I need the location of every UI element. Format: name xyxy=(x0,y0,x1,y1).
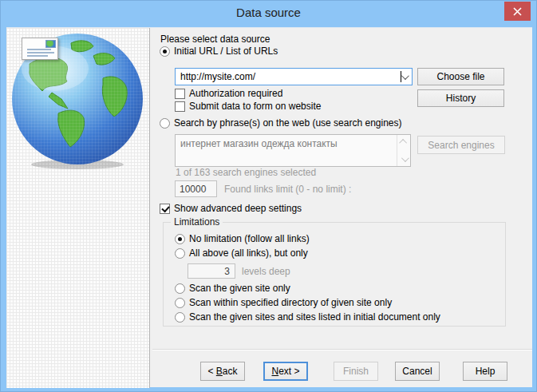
engines-status-label: 1 of 163 search engines selected xyxy=(176,167,316,178)
radio-unselected-icon[interactable] xyxy=(175,283,185,294)
window-title: Data source xyxy=(1,6,536,19)
close-icon xyxy=(513,7,522,16)
limitations-groupbox: Limitations No limitation (follow all li… xyxy=(163,222,506,327)
scroll-up-icon[interactable] xyxy=(399,139,407,147)
radio-initial-url[interactable]: Initial URL / List of URLs xyxy=(160,46,278,57)
choose-file-button[interactable]: Choose file xyxy=(417,68,504,85)
footer-separator xyxy=(152,349,532,350)
search-phrases-value: интернет магазин одежда контакты xyxy=(180,138,394,149)
radio-selected-icon[interactable] xyxy=(160,46,170,57)
help-button[interactable]: Help xyxy=(463,362,507,381)
titlebar[interactable]: Data source xyxy=(1,1,536,27)
limitations-title: Limitations xyxy=(171,216,223,228)
radio-search-phrases[interactable]: Search by phrase(s) on the web (use sear… xyxy=(160,117,402,129)
links-limit-input[interactable] xyxy=(175,180,217,197)
links-limit-label: Found links limit (0 - no limit) : xyxy=(224,184,351,195)
scroll-down-icon[interactable] xyxy=(401,154,409,162)
dialog-client-area: Please select data source Initial URL / … xyxy=(6,27,532,387)
levels-deep-input[interactable] xyxy=(188,263,235,279)
search-engines-button: Search engines xyxy=(417,136,505,154)
checkbox-checked-icon[interactable] xyxy=(160,204,170,214)
radio-unselected-icon[interactable] xyxy=(160,118,170,129)
checkbox-unchecked-icon[interactable] xyxy=(175,101,185,112)
finish-button: Finish xyxy=(334,362,378,381)
radio-scan-site-only[interactable]: Scan the given site only xyxy=(175,283,290,294)
levels-deep-label: levels deep xyxy=(242,266,290,277)
radio-all-above[interactable]: All above (all links), but only xyxy=(175,247,308,259)
advanced-settings-checkbox[interactable]: Show advanced deep settings xyxy=(160,203,302,214)
cancel-button[interactable]: Cancel xyxy=(395,362,440,381)
advanced-settings-label: Show advanced deep settings xyxy=(174,203,302,214)
history-button[interactable]: History xyxy=(417,89,504,107)
data-source-dialog: Data source xyxy=(0,0,537,392)
artwork-panel xyxy=(6,28,150,388)
radio-initial-url-label: Initial URL / List of URLs xyxy=(174,46,278,57)
chevron-down-icon[interactable] xyxy=(401,72,409,80)
stamp-icon xyxy=(45,40,56,48)
prompt-label: Please select data source xyxy=(160,34,270,45)
url-value: http://mysite.com/ xyxy=(180,71,400,82)
back-button[interactable]: < Back xyxy=(200,362,245,381)
close-button[interactable] xyxy=(504,2,531,21)
checkbox-unchecked-icon[interactable] xyxy=(175,89,185,99)
textarea-scrollbar[interactable] xyxy=(397,135,410,166)
radio-scan-listed-sites[interactable]: Scan the given sites and sites listed in… xyxy=(175,311,440,323)
authorization-checkbox[interactable]: Authorization required xyxy=(175,88,282,99)
next-button[interactable]: Next > xyxy=(263,362,308,381)
text-cursor xyxy=(401,71,401,82)
submit-data-label: Submit data to form on website xyxy=(189,101,321,112)
radio-scan-directory[interactable]: Scan within specified directory of given… xyxy=(175,297,392,308)
url-combobox[interactable]: http://mysite.com/ xyxy=(175,68,413,85)
radio-unselected-icon[interactable] xyxy=(175,248,185,259)
radio-search-label: Search by phrase(s) on the web (use sear… xyxy=(174,117,402,129)
authorization-label: Authorization required xyxy=(189,88,282,99)
submit-data-checkbox[interactable]: Submit data to form on website xyxy=(175,101,321,112)
search-phrases-textarea[interactable]: интернет магазин одежда контакты xyxy=(175,134,411,167)
radio-unselected-icon[interactable] xyxy=(175,312,185,323)
radio-unselected-icon[interactable] xyxy=(175,298,185,308)
radio-no-limitation[interactable]: No limitation (follow all links) xyxy=(175,233,310,244)
envelope-icon xyxy=(22,38,58,60)
radio-selected-icon[interactable] xyxy=(175,234,185,244)
